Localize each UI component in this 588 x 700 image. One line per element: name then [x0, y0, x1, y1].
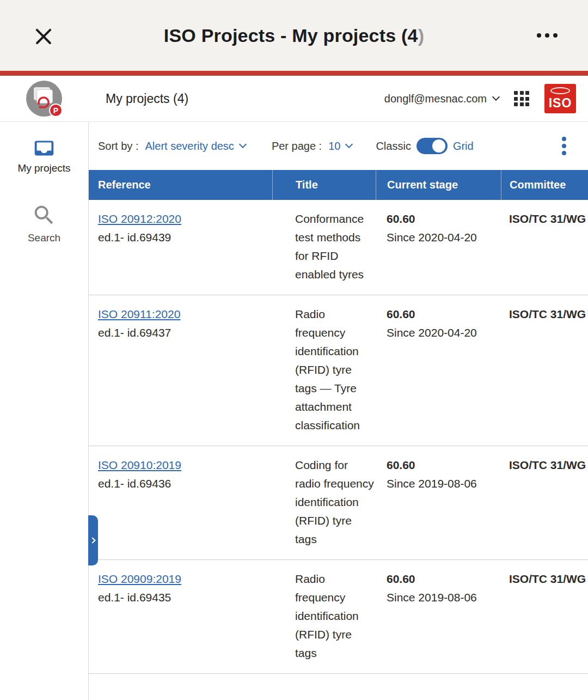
stage-cell: 60.60 Since 2020-04-20 [376, 295, 501, 446]
column-header-title[interactable]: Title [272, 170, 376, 200]
sidebar-item-search[interactable]: Search [28, 203, 60, 244]
sort-select[interactable]: Alert severity desc [145, 140, 245, 153]
stage-cell: 60.60 Since 2019-08-06 [376, 560, 501, 673]
sidebar-item-label: My projects [17, 162, 70, 174]
projects-table: Reference Title Current stage Committee … [89, 170, 588, 674]
account-menu[interactable]: donglf@mesnac.com [384, 93, 499, 105]
app-logo[interactable]: P [26, 81, 62, 117]
view-grid-label: Grid [453, 140, 474, 153]
table-options-menu-button[interactable] [562, 137, 566, 155]
reference-cell: ISO 20909:2019 ed.1- id.69435 [89, 560, 272, 673]
reference-link[interactable]: ISO 20910:2019 [98, 456, 268, 474]
titlebar: ISO Projects - My projects (4) [0, 0, 588, 71]
stage-code: 60.60 [387, 305, 497, 324]
per-page-label: Per page : [272, 140, 322, 153]
stage-code: 60.60 [387, 456, 497, 474]
more-menu-button[interactable] [537, 25, 558, 46]
reference-cell: ISO 20912:2020 ed.1- id.69439 [89, 200, 272, 295]
view-classic-label: Classic [376, 140, 411, 153]
reference-cell: ISO 20910:2019 ed.1- id.69436 [89, 446, 272, 559]
kebab-icon [562, 137, 566, 141]
committee-cell: ISO/TC 31/WG [501, 560, 588, 673]
iso-globe-icon [550, 87, 570, 94]
stage-code: 60.60 [387, 210, 497, 228]
table-row: ISO 20911:2020 ed.1- id.69437 Radio freq… [89, 295, 588, 446]
title-cell: Coding for radio frequency identificatio… [272, 446, 376, 559]
column-header-committee[interactable]: Committee [501, 170, 588, 200]
ellipsis-icon [553, 33, 558, 38]
per-page-value: 10 [328, 140, 340, 153]
stage-since: Since 2019-08-06 [387, 477, 477, 490]
chevron-right-icon [89, 537, 95, 543]
page-title-text: ISO Projects - My projects (4 [164, 25, 418, 46]
header-right: donglf@mesnac.com ISO [384, 84, 576, 113]
edition-id: ed.1- id.69439 [98, 231, 171, 244]
page-title-paren: ) [418, 25, 425, 46]
stage-cell: 60.60 Since 2019-08-06 [376, 446, 501, 559]
reference-link[interactable]: ISO 20909:2019 [98, 570, 268, 588]
ellipsis-icon [545, 33, 549, 38]
title-cell: Radio frequency identification (RFID) ty… [272, 560, 376, 673]
view-toggle[interactable] [416, 138, 448, 154]
edition-id: ed.1- id.69437 [98, 326, 171, 339]
stage-since: Since 2020-04-20 [387, 231, 477, 244]
list-toolbar: Sort by : Alert severity desc Per page :… [89, 122, 588, 170]
sidebar: My projects Search [0, 122, 89, 700]
title-cell: Conformance test methods for RFID enable… [272, 200, 376, 295]
edition-id: ed.1- id.69436 [98, 477, 171, 490]
per-page-select[interactable]: 10 [328, 140, 352, 153]
column-header-current-stage[interactable]: Current stage [376, 170, 501, 200]
p-badge: P [49, 104, 63, 117]
sort-value: Alert severity desc [145, 140, 234, 153]
table-header-row: Reference Title Current stage Committee [89, 170, 588, 200]
stage-since: Since 2020-04-20 [387, 326, 477, 339]
apps-grid-icon [514, 91, 518, 95]
search-icon [32, 203, 57, 228]
red-accent-divider [0, 71, 588, 76]
stage-code: 60.60 [387, 570, 497, 588]
sidebar-item-label: Search [28, 232, 60, 244]
column-header-reference[interactable]: Reference [89, 170, 272, 200]
title-cell: Radio frequency identification (RFID) ty… [272, 295, 376, 446]
account-email: donglf@mesnac.com [384, 93, 487, 105]
inbox-icon [32, 138, 57, 158]
iso-logo-text: ISO [549, 96, 572, 111]
iso-logo: ISO [544, 84, 576, 113]
chevron-down-icon [239, 141, 247, 148]
drawer-handle[interactable] [88, 515, 98, 565]
stage-since: Since 2019-08-06 [387, 591, 477, 604]
edition-id: ed.1- id.69435 [98, 591, 171, 604]
body: My projects Search Sort by : Alert sever… [0, 121, 588, 700]
table-row: ISO 20910:2019 ed.1- id.69436 Coding for… [89, 446, 588, 560]
table-row: ISO 20909:2019 ed.1- id.69435 Radio freq… [89, 560, 588, 674]
reference-link[interactable]: ISO 20911:2020 [98, 305, 268, 324]
chevron-down-icon [345, 141, 353, 148]
sidebar-item-my-projects[interactable]: My projects [17, 138, 70, 174]
reference-link[interactable]: ISO 20912:2020 [98, 210, 268, 228]
committee-cell: ISO/TC 31/WG [501, 295, 588, 446]
chevron-down-icon [492, 93, 500, 101]
page-title: ISO Projects - My projects (4) [0, 25, 588, 46]
breadcrumb: My projects (4) [106, 92, 188, 106]
main-content: Sort by : Alert severity desc Per page :… [89, 122, 588, 700]
committee-cell: ISO/TC 31/WG [501, 446, 588, 559]
toggle-knob [432, 139, 445, 153]
reference-cell: ISO 20911:2020 ed.1- id.69437 [89, 295, 272, 446]
apps-grid-button[interactable] [514, 91, 529, 106]
table-row: ISO 20912:2020 ed.1- id.69439 Conformanc… [89, 200, 588, 295]
stage-cell: 60.60 Since 2020-04-20 [376, 200, 501, 295]
committee-cell: ISO/TC 31/WG [501, 200, 588, 295]
ellipsis-icon [537, 33, 541, 38]
sort-by-label: Sort by : [98, 140, 138, 153]
app-header: P My projects (4) donglf@mesnac.com ISO [0, 76, 588, 121]
